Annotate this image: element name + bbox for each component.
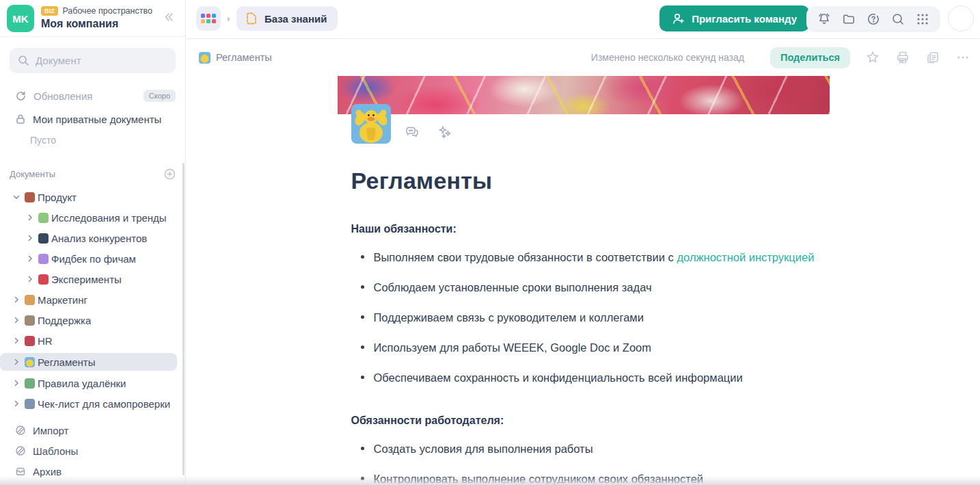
private-docs-empty-label: Пусто <box>0 134 185 146</box>
doc-avatar-icon <box>25 192 35 202</box>
chevron-right-icon[interactable] <box>11 399 22 408</box>
import-icon <box>15 425 26 436</box>
chevron-right-icon[interactable] <box>25 234 36 242</box>
doc-avatar-icon <box>25 399 35 409</box>
bullet-list: Выполняем свои трудовые обязанности в со… <box>351 249 816 386</box>
apps-menu-button[interactable] <box>196 6 221 31</box>
soon-badge: Скоро <box>144 90 176 102</box>
sidebar-item-feature-feedback[interactable]: Фидбек по фичам <box>0 250 185 267</box>
page-title[interactable]: Регламенты <box>351 168 816 194</box>
documents-section-header: Документы <box>0 168 185 180</box>
sidebar-item-marketing[interactable]: Маркетинг <box>0 291 185 308</box>
sidebar-item-label: Архив <box>33 466 62 477</box>
chevron-right-icon[interactable] <box>11 358 22 366</box>
doc-avatar-icon <box>38 274 49 285</box>
breadcrumb-chevron-icon <box>226 15 232 23</box>
doc-avatar-icon <box>25 295 35 305</box>
help-icon[interactable] <box>861 7 886 31</box>
cover-image <box>338 76 830 114</box>
folder-icon[interactable] <box>836 7 861 31</box>
workspace-name[interactable]: Моя компания <box>41 18 118 30</box>
plan-badge: BIZ <box>41 6 58 16</box>
chevron-right-icon[interactable] <box>11 296 22 304</box>
sidebar-scrollbar[interactable] <box>182 163 185 475</box>
add-document-icon[interactable] <box>164 168 176 180</box>
more-options-icon[interactable] <box>955 50 970 65</box>
sidebar-item-experiments[interactable]: Эксперименты <box>0 271 185 287</box>
share-button[interactable]: Поделиться <box>770 47 850 68</box>
tab-knowledge-base[interactable]: База знаний <box>236 6 338 31</box>
list-item: Выполняем свои трудовые обязанности в со… <box>351 249 816 265</box>
sidebar-item-research-trends[interactable]: Исследования и тренды <box>0 209 185 226</box>
chevron-down-icon[interactable] <box>11 193 22 201</box>
document-emoji-duck[interactable] <box>351 104 391 144</box>
comments-icon[interactable] <box>405 124 420 140</box>
last-modified-label: Изменено несколько секунд назад <box>591 52 744 63</box>
chevron-right-icon[interactable] <box>25 254 36 263</box>
sidebar-item-import[interactable]: Импорт <box>0 422 185 438</box>
sidebar-item-remote-rules[interactable]: Правила удалёнки <box>0 375 185 391</box>
document-breadcrumb-title[interactable]: Регламенты <box>216 52 272 63</box>
document-scroll-area[interactable]: Регламенты Наши обязанности: Выполняем с… <box>187 76 980 485</box>
chevron-right-icon[interactable] <box>25 213 36 222</box>
notifications-bell-icon[interactable] <box>812 7 836 31</box>
sidebar-item-regulations[interactable]: Регламенты <box>0 353 177 371</box>
list-item: Соблюдаем установленные сроки выполнения… <box>351 279 816 296</box>
sidebar-item-label: Мои приватные документы <box>33 114 161 125</box>
sidebar-item-product[interactable]: Продукт <box>0 189 185 205</box>
templates-icon <box>15 445 26 456</box>
workspace-avatar[interactable]: MK <box>7 5 34 32</box>
person-plus-icon <box>672 12 685 25</box>
doc-avatar-icon <box>25 336 35 346</box>
lock-icon <box>15 114 26 124</box>
dots-grid-icon[interactable] <box>910 7 935 31</box>
ai-sparkles-icon[interactable] <box>437 124 452 140</box>
favorite-star-icon[interactable] <box>865 50 880 65</box>
duplicate-icon[interactable] <box>925 50 940 65</box>
sidebar-item-support[interactable]: Поддержка <box>0 312 185 328</box>
sidebar-item-competitor-analysis[interactable]: Анализ конкурентов <box>0 230 185 246</box>
doc-avatar-icon <box>38 254 49 264</box>
section-heading: Наши обязанности: <box>351 223 816 235</box>
sidebar-item-label: Шаблоны <box>33 445 78 457</box>
doc-avatar-icon <box>38 233 49 244</box>
sidebar-item-self-check[interactable]: Чек-лист для самопроверки <box>0 395 185 412</box>
search-icon[interactable] <box>886 7 910 31</box>
invite-team-button[interactable]: Пригласить команду <box>659 5 809 31</box>
workspace-header: MK BIZ Рабочее пространство Моя компания <box>0 0 185 37</box>
sidebar-item-hr[interactable]: HR <box>0 332 185 349</box>
doc-avatar-icon <box>25 378 35 389</box>
user-avatar[interactable] <box>948 5 974 31</box>
search-input[interactable] <box>36 55 167 66</box>
document-icon <box>245 12 258 25</box>
list-item: Контролировать выполнение сотрудником св… <box>351 471 816 485</box>
chevron-right-icon[interactable] <box>11 379 22 387</box>
list-item: Используем для работы WEEEK, Google Doc … <box>351 339 816 356</box>
print-icon[interactable] <box>895 50 910 65</box>
documents-section-title: Документы <box>10 169 55 179</box>
bullet-list: Создать условия для выполнения работы Ко… <box>351 441 816 485</box>
tab-label: База знаний <box>264 13 327 25</box>
sidebar-item-updates[interactable]: Обновления Скоро <box>0 88 185 104</box>
sidebar-item-label: Импорт <box>33 425 68 436</box>
chevron-right-icon[interactable] <box>11 337 22 345</box>
workspace-type-label: Рабочее пространство <box>62 6 152 16</box>
list-item: Создать условия для выполнения работы <box>351 441 816 457</box>
section-heading: Обязанности работодателя: <box>351 415 816 427</box>
sidebar-item-templates[interactable]: Шаблоны <box>0 443 185 459</box>
job-description-link[interactable]: должностной инструкцией <box>677 251 814 263</box>
list-item: Поддерживаем связь с руководителем и кол… <box>351 309 816 326</box>
chevron-right-icon[interactable] <box>11 316 22 324</box>
sidebar-item-private-docs[interactable]: Мои приватные документы <box>0 111 185 127</box>
document-search[interactable] <box>10 48 176 73</box>
doc-avatar-icon <box>38 213 49 223</box>
document-header: Регламенты Изменено несколько секунд наз… <box>187 39 980 76</box>
sidebar-item-label: Обновления <box>33 90 92 102</box>
refresh-icon <box>15 90 27 102</box>
sidebar-item-archive[interactable]: Архив <box>0 463 185 480</box>
document-body[interactable]: Регламенты Наши обязанности: Выполняем с… <box>338 168 830 485</box>
list-item: Обеспечиваем сохранность и конфиденциаль… <box>351 369 816 386</box>
apps-grid-icon <box>201 14 216 23</box>
chevron-right-icon[interactable] <box>25 275 36 283</box>
collapse-sidebar-icon[interactable] <box>163 12 174 23</box>
